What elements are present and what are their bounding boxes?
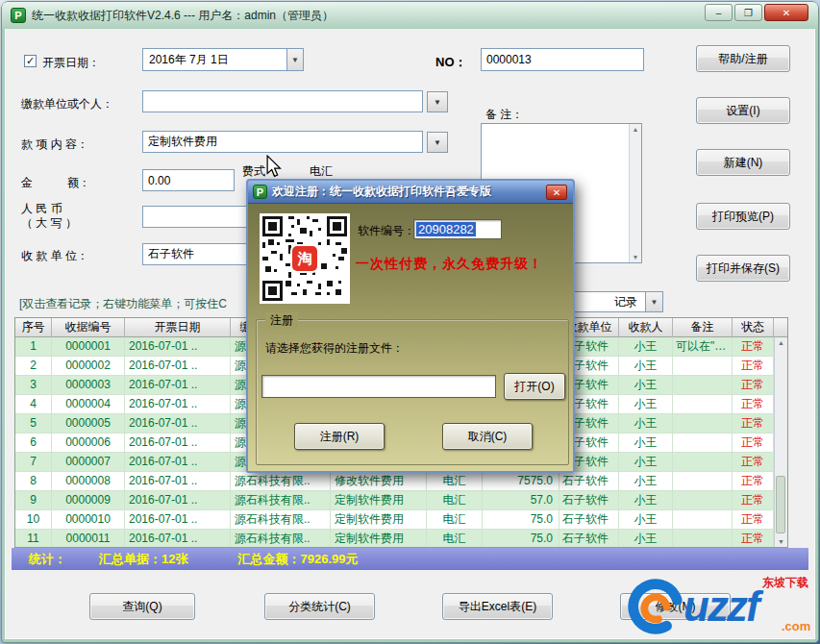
table-row[interactable]: 800000082016-07-01 ..源石科技有限..修改软件费用电汇757… [15, 472, 787, 491]
column-header[interactable]: 收款人 [619, 318, 673, 337]
chevron-down-icon[interactable]: ▼ [286, 49, 303, 70]
list-hint-text: [双击查看记录；右键功能菜单；可按住C [19, 296, 227, 312]
print-preview-button[interactable]: 打印预览(P) [696, 203, 790, 230]
column-header[interactable]: 序号 [15, 318, 52, 337]
table-cell: 正常 [733, 395, 774, 414]
window-titlebar[interactable]: P 统一收款收据打印软件V2.4.6 --- 用户名：admin（管理员） [2, 2, 818, 29]
window-title: 统一收款收据打印软件V2.4.6 --- 用户名：admin（管理员） [32, 8, 334, 24]
table-cell [673, 395, 733, 414]
table-row[interactable]: 900000092016-07-01 ..源石科技有限..定制软件费用电汇57.… [15, 491, 787, 510]
rmb-label-line2: （ 大 写 ） [21, 215, 77, 232]
table-cell: 源石科技有限.. [231, 472, 331, 491]
table-cell [673, 530, 733, 548]
item-combo-input[interactable] [142, 131, 423, 153]
receipt-no-input[interactable] [481, 48, 644, 71]
amount-label: 金 额： [21, 175, 90, 191]
close-icon[interactable]: ✕ [764, 4, 808, 21]
minimize-icon[interactable]: – [705, 4, 733, 21]
new-button[interactable]: 新建(N) [696, 149, 790, 176]
invoice-date-checkbox[interactable]: ✓ [24, 55, 37, 67]
query-button[interactable]: 查询(Q) [89, 593, 195, 620]
category-stats-button[interactable]: 分类统计(C) [264, 593, 375, 620]
item-label: 款 项 内 容： [21, 136, 88, 153]
stats-total: 汇总金额：7926.99元 [237, 551, 358, 568]
table-cell: 0000004 [52, 395, 125, 414]
table-cell: 2016-07-01 .. [125, 472, 231, 491]
column-header[interactable]: 状态 [733, 318, 774, 337]
item-dropdown-button[interactable]: ▼ [427, 132, 448, 153]
table-cell: 0000003 [52, 376, 125, 395]
table-cell: 源石科技有限.. [231, 510, 331, 530]
table-cell: 小王 [619, 376, 673, 395]
table-cell: 2016-07-01 .. [125, 433, 231, 453]
table-cell: 2016-07-01 .. [125, 530, 231, 548]
help-register-button[interactable]: 帮助/注册 [696, 45, 790, 72]
payer-dropdown-button[interactable]: ▼ [427, 91, 448, 112]
invoice-date-picker[interactable]: 2016年 7月 1日 ▼ [142, 48, 304, 71]
logo-swoosh-icon [622, 573, 687, 638]
scrollbar-thumb[interactable] [776, 476, 785, 533]
table-cell [673, 453, 733, 472]
dialog-titlebar[interactable]: P 欢迎注册：统一收款收据打印软件吾爱专版 [248, 181, 573, 204]
scroll-up-icon[interactable]: ▲ [778, 339, 784, 346]
column-header[interactable]: 备注 [673, 318, 733, 337]
close-icon[interactable]: ✕ [546, 185, 567, 200]
table-cell: 小王 [619, 472, 673, 491]
chevron-down-icon[interactable]: ▼ [645, 292, 662, 311]
table-cell: 0000001 [52, 337, 125, 357]
window-controls: – ❐ ✕ [705, 4, 808, 21]
table-cell: 石子软件 [559, 530, 619, 548]
payer-combo-input[interactable] [142, 90, 423, 112]
table-cell: 0000006 [52, 433, 125, 453]
file-prompt-label: 请选择您获得的注册文件： [265, 340, 404, 357]
table-cell: 5 [15, 414, 52, 433]
table-cell: 正常 [733, 453, 774, 472]
taobao-icon: 淘 [290, 244, 319, 273]
amount-input[interactable] [142, 169, 235, 191]
table-cell: 3 [15, 376, 52, 395]
table-row[interactable]: 1000000102016-07-01 ..源石科技有限..定制软件费用电汇75… [15, 510, 787, 530]
table-cell: 2016-07-01 .. [125, 395, 231, 414]
scroll-up-icon[interactable]: ▲ [633, 126, 639, 133]
table-cell: 2016-07-01 .. [125, 414, 231, 433]
table-cell: 正常 [733, 376, 774, 395]
serial-field[interactable]: 20908282 [413, 219, 502, 239]
register-dialog: P 欢迎注册：统一收款收据打印软件吾爱专版 ✕ [246, 179, 575, 473]
table-cell: 2016-07-01 .. [125, 453, 231, 472]
column-header[interactable]: 开票日期 [125, 318, 231, 337]
table-cell: 正常 [733, 530, 774, 548]
app-icon: P [253, 185, 267, 199]
invoice-date-label: 开票日期： [42, 55, 100, 71]
table-cell: 7575.0 [483, 472, 559, 491]
column-header[interactable]: 收据编号 [52, 318, 125, 337]
table-cell [673, 433, 733, 453]
table-cell: 电汇 [427, 491, 483, 510]
scroll-down-icon[interactable]: ▼ [778, 538, 784, 545]
table-cell: 小王 [619, 414, 673, 433]
scroll-down-icon[interactable]: ▼ [633, 254, 639, 260]
open-button[interactable]: 打开(O) [504, 373, 565, 400]
print-save-button[interactable]: 打印并保存(S) [696, 255, 790, 282]
pay-method-option-fragment[interactable]: 电汇 [310, 163, 333, 180]
export-excel-button[interactable]: 导出Excel表(E) [442, 593, 553, 620]
table-cell: 源石科技有限.. [231, 530, 331, 548]
table-cell: 0000008 [52, 472, 125, 491]
table-cell: 2016-07-01 .. [125, 510, 231, 530]
table-cell [673, 491, 733, 510]
memo-scrollbar[interactable]: ▲▼ [629, 124, 641, 262]
remark-label: 备 注： [485, 107, 523, 123]
qr-code: 淘 [260, 213, 350, 304]
table-row[interactable]: 1100000112016-07-01 ..源石科技有限..定制软件费用电汇75… [15, 530, 787, 548]
settings-button[interactable]: 设置(I) [696, 97, 790, 124]
table-cell: 0000002 [52, 357, 125, 376]
table-cell: 0000011 [52, 530, 125, 548]
screen: P 统一收款收据打印软件V2.4.6 --- 用户名：admin（管理员） – … [0, 0, 820, 644]
stats-count: 汇总单据：12张 [99, 551, 187, 568]
table-cell: 0000010 [52, 510, 125, 530]
registration-file-input[interactable] [261, 375, 496, 398]
register-button[interactable]: 注册(R) [294, 423, 385, 450]
cancel-button[interactable]: 取消(C) [442, 423, 533, 450]
maximize-icon[interactable]: ❐ [734, 4, 762, 21]
table-cell: 正常 [733, 414, 774, 433]
table-cell: 石子软件 [559, 510, 619, 530]
